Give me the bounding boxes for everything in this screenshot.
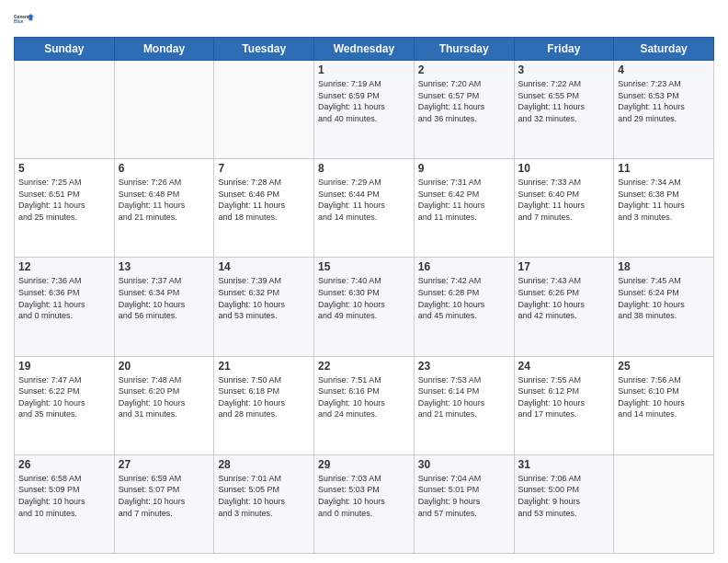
day-cell: 3Sunrise: 7:22 AM Sunset: 6:55 PM Daylig… bbox=[514, 61, 614, 159]
day-number: 4 bbox=[618, 63, 710, 76]
day-cell: 28Sunrise: 7:01 AM Sunset: 5:05 PM Dayli… bbox=[214, 454, 314, 553]
day-number: 14 bbox=[218, 260, 310, 273]
day-number: 24 bbox=[518, 360, 610, 373]
day-cell bbox=[15, 61, 115, 159]
day-cell: 13Sunrise: 7:37 AM Sunset: 6:34 PM Dayli… bbox=[114, 258, 214, 356]
day-number: 31 bbox=[518, 458, 610, 471]
day-header-sunday: Sunday bbox=[15, 38, 115, 61]
day-cell: 6Sunrise: 7:26 AM Sunset: 6:48 PM Daylig… bbox=[114, 159, 214, 258]
day-info: Sunrise: 7:22 AM Sunset: 6:55 PM Dayligh… bbox=[518, 78, 610, 124]
day-number: 23 bbox=[418, 360, 510, 373]
day-info: Sunrise: 7:04 AM Sunset: 5:01 PM Dayligh… bbox=[418, 473, 510, 519]
day-cell: 22Sunrise: 7:51 AM Sunset: 6:16 PM Dayli… bbox=[314, 356, 415, 454]
day-cell: 16Sunrise: 7:42 AM Sunset: 6:28 PM Dayli… bbox=[414, 258, 514, 356]
day-info: Sunrise: 7:29 AM Sunset: 6:44 PM Dayligh… bbox=[318, 177, 410, 223]
week-row-2: 5Sunrise: 7:25 AM Sunset: 6:51 PM Daylig… bbox=[15, 159, 714, 258]
day-number: 30 bbox=[418, 458, 510, 471]
day-info: Sunrise: 7:51 AM Sunset: 6:16 PM Dayligh… bbox=[318, 374, 410, 420]
day-cell: 8Sunrise: 7:29 AM Sunset: 6:44 PM Daylig… bbox=[314, 159, 415, 258]
week-row-5: 26Sunrise: 6:58 AM Sunset: 5:09 PM Dayli… bbox=[15, 454, 714, 553]
day-info: Sunrise: 7:01 AM Sunset: 5:05 PM Dayligh… bbox=[218, 473, 310, 519]
day-number: 16 bbox=[418, 260, 510, 273]
day-cell: 20Sunrise: 7:48 AM Sunset: 6:20 PM Dayli… bbox=[114, 356, 214, 454]
day-info: Sunrise: 7:56 AM Sunset: 6:10 PM Dayligh… bbox=[618, 374, 710, 420]
day-number: 7 bbox=[218, 162, 310, 175]
day-number: 26 bbox=[18, 458, 110, 471]
day-number: 2 bbox=[418, 63, 510, 76]
day-info: Sunrise: 7:19 AM Sunset: 6:59 PM Dayligh… bbox=[318, 78, 410, 124]
day-number: 13 bbox=[119, 260, 210, 273]
day-number: 8 bbox=[318, 162, 410, 175]
day-cell: 9Sunrise: 7:31 AM Sunset: 6:42 PM Daylig… bbox=[414, 159, 514, 258]
calendar-container: GeneralBlue SundayMondayTuesdayWednesday… bbox=[0, 0, 728, 563]
day-info: Sunrise: 7:39 AM Sunset: 6:32 PM Dayligh… bbox=[218, 275, 310, 321]
day-info: Sunrise: 7:33 AM Sunset: 6:40 PM Dayligh… bbox=[518, 177, 610, 223]
day-info: Sunrise: 7:45 AM Sunset: 6:24 PM Dayligh… bbox=[618, 275, 710, 321]
day-number: 1 bbox=[318, 63, 410, 76]
calendar-table: SundayMondayTuesdayWednesdayThursdayFrid… bbox=[14, 37, 714, 554]
day-header-tuesday: Tuesday bbox=[214, 38, 314, 61]
day-number: 18 bbox=[618, 260, 710, 273]
svg-text:General: General bbox=[14, 15, 30, 19]
day-cell bbox=[614, 454, 714, 553]
day-header-thursday: Thursday bbox=[414, 38, 514, 61]
day-info: Sunrise: 7:55 AM Sunset: 6:12 PM Dayligh… bbox=[518, 374, 610, 420]
day-cell: 27Sunrise: 6:59 AM Sunset: 5:07 PM Dayli… bbox=[114, 454, 214, 553]
day-info: Sunrise: 7:43 AM Sunset: 6:26 PM Dayligh… bbox=[518, 275, 610, 321]
day-cell: 30Sunrise: 7:04 AM Sunset: 5:01 PM Dayli… bbox=[414, 454, 514, 553]
day-info: Sunrise: 6:58 AM Sunset: 5:09 PM Dayligh… bbox=[18, 473, 110, 519]
day-cell bbox=[114, 61, 214, 159]
day-cell: 12Sunrise: 7:36 AM Sunset: 6:36 PM Dayli… bbox=[15, 258, 115, 356]
day-info: Sunrise: 7:06 AM Sunset: 5:00 PM Dayligh… bbox=[518, 473, 610, 519]
day-number: 21 bbox=[218, 360, 310, 373]
day-number: 25 bbox=[618, 360, 710, 373]
day-cell: 26Sunrise: 6:58 AM Sunset: 5:09 PM Dayli… bbox=[15, 454, 115, 553]
day-number: 19 bbox=[18, 360, 110, 373]
day-cell bbox=[214, 61, 314, 159]
week-row-4: 19Sunrise: 7:47 AM Sunset: 6:22 PM Dayli… bbox=[15, 356, 714, 454]
day-cell: 29Sunrise: 7:03 AM Sunset: 5:03 PM Dayli… bbox=[314, 454, 415, 553]
day-headers-row: SundayMondayTuesdayWednesdayThursdayFrid… bbox=[15, 38, 714, 61]
day-number: 5 bbox=[18, 162, 110, 175]
day-number: 22 bbox=[318, 360, 410, 373]
day-header-friday: Friday bbox=[514, 38, 614, 61]
day-info: Sunrise: 7:37 AM Sunset: 6:34 PM Dayligh… bbox=[119, 275, 210, 321]
day-number: 15 bbox=[318, 260, 410, 273]
day-cell: 25Sunrise: 7:56 AM Sunset: 6:10 PM Dayli… bbox=[614, 356, 714, 454]
day-info: Sunrise: 7:23 AM Sunset: 6:53 PM Dayligh… bbox=[618, 78, 710, 124]
day-number: 20 bbox=[119, 360, 210, 373]
day-info: Sunrise: 7:47 AM Sunset: 6:22 PM Dayligh… bbox=[18, 374, 110, 420]
day-info: Sunrise: 7:03 AM Sunset: 5:03 PM Dayligh… bbox=[318, 473, 410, 519]
day-header-wednesday: Wednesday bbox=[314, 38, 415, 61]
day-info: Sunrise: 7:31 AM Sunset: 6:42 PM Dayligh… bbox=[418, 177, 510, 223]
day-cell: 7Sunrise: 7:28 AM Sunset: 6:46 PM Daylig… bbox=[214, 159, 314, 258]
day-cell: 24Sunrise: 7:55 AM Sunset: 6:12 PM Dayli… bbox=[514, 356, 614, 454]
day-info: Sunrise: 7:42 AM Sunset: 6:28 PM Dayligh… bbox=[418, 275, 510, 321]
day-cell: 17Sunrise: 7:43 AM Sunset: 6:26 PM Dayli… bbox=[514, 258, 614, 356]
day-cell: 18Sunrise: 7:45 AM Sunset: 6:24 PM Dayli… bbox=[614, 258, 714, 356]
day-cell: 1Sunrise: 7:19 AM Sunset: 6:59 PM Daylig… bbox=[314, 61, 415, 159]
day-info: Sunrise: 7:25 AM Sunset: 6:51 PM Dayligh… bbox=[18, 177, 110, 223]
day-info: Sunrise: 7:48 AM Sunset: 6:20 PM Dayligh… bbox=[119, 374, 210, 420]
week-row-3: 12Sunrise: 7:36 AM Sunset: 6:36 PM Dayli… bbox=[15, 258, 714, 356]
day-cell: 2Sunrise: 7:20 AM Sunset: 6:57 PM Daylig… bbox=[414, 61, 514, 159]
day-cell: 21Sunrise: 7:50 AM Sunset: 6:18 PM Dayli… bbox=[214, 356, 314, 454]
svg-text:Blue: Blue bbox=[14, 19, 24, 24]
day-cell: 11Sunrise: 7:34 AM Sunset: 6:38 PM Dayli… bbox=[614, 159, 714, 258]
day-number: 9 bbox=[418, 162, 510, 175]
day-info: Sunrise: 7:50 AM Sunset: 6:18 PM Dayligh… bbox=[218, 374, 310, 420]
day-info: Sunrise: 7:53 AM Sunset: 6:14 PM Dayligh… bbox=[418, 374, 510, 420]
day-number: 11 bbox=[618, 162, 710, 175]
day-info: Sunrise: 6:59 AM Sunset: 5:07 PM Dayligh… bbox=[119, 473, 210, 519]
day-number: 29 bbox=[318, 458, 410, 471]
day-info: Sunrise: 7:36 AM Sunset: 6:36 PM Dayligh… bbox=[18, 275, 110, 321]
day-cell: 14Sunrise: 7:39 AM Sunset: 6:32 PM Dayli… bbox=[214, 258, 314, 356]
day-info: Sunrise: 7:28 AM Sunset: 6:46 PM Dayligh… bbox=[218, 177, 310, 223]
day-info: Sunrise: 7:26 AM Sunset: 6:48 PM Dayligh… bbox=[119, 177, 210, 223]
day-info: Sunrise: 7:34 AM Sunset: 6:38 PM Dayligh… bbox=[618, 177, 710, 223]
day-cell: 15Sunrise: 7:40 AM Sunset: 6:30 PM Dayli… bbox=[314, 258, 415, 356]
day-number: 3 bbox=[518, 63, 610, 76]
day-number: 27 bbox=[119, 458, 210, 471]
day-number: 12 bbox=[18, 260, 110, 273]
logo-icon: GeneralBlue bbox=[14, 9, 34, 29]
